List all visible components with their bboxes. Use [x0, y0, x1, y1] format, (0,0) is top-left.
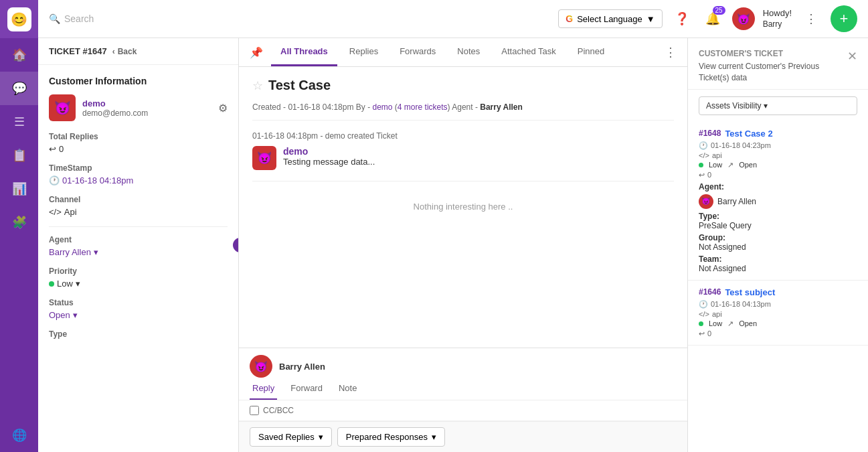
ticket-agent-name: Barry Allen	[480, 102, 523, 112]
lang-dropdown-icon: ▼	[646, 14, 655, 24]
message-sender: demo	[283, 146, 375, 157]
search-box[interactable]: 🔍 Search	[49, 13, 550, 24]
select-language-button[interactable]: G Select Language ▼	[558, 9, 662, 28]
customer-name: demo	[82, 98, 148, 108]
nav-logo[interactable]: 😊	[0, 0, 38, 38]
ticket-title: Test Case	[268, 78, 331, 93]
right-panel-header: CUSTOMER'S TICKET View current Customer'…	[688, 38, 868, 90]
message-avatar: 😈	[252, 146, 276, 170]
more-tickets-link[interactable]: 4 more tickets	[398, 102, 448, 112]
top-header: 🔍 Search G Select Language ▼ ❓ 🔔 25 😈 Ho…	[38, 0, 868, 38]
ticket-1648-type-label: Type:	[699, 212, 719, 221]
total-replies-label: Total Replies	[49, 132, 228, 141]
ticket-1648-replies: 0	[707, 171, 711, 179]
nav-analytics[interactable]: 📊	[0, 172, 38, 206]
tab-pinned[interactable]: Pinned	[568, 38, 614, 66]
prepared-responses-button[interactable]: Prepared Responses ▾	[337, 427, 445, 447]
assets-visibility-button[interactable]: Assets Visibility ▾	[699, 96, 857, 115]
ticket-1646-replies: 0	[707, 329, 711, 337]
ticket-1646-reply-row: ↩ 0	[699, 329, 857, 338]
ticket-1648-status: Open	[739, 161, 757, 169]
priority-select-button[interactable]: Low ▾	[49, 279, 228, 289]
channel-label: Channel	[49, 195, 228, 204]
prepared-responses-label: Prepared Responses	[346, 432, 428, 442]
reply-tab-reply[interactable]: Reply	[250, 378, 277, 400]
by-user[interactable]: demo	[372, 102, 392, 112]
clock-icon: 🕐	[49, 175, 60, 185]
saved-replies-button[interactable]: Saved Replies ▾	[250, 427, 332, 447]
ticket-1648-agent-avatar: 😈	[699, 194, 713, 209]
back-chevron-icon: ‹	[112, 47, 115, 56]
reply-tab-note[interactable]: Note	[336, 378, 359, 400]
lang-label: Select Language	[577, 14, 642, 24]
pin-icon: 📌	[250, 46, 263, 59]
user-greeting-block: Howdy! Barry	[763, 8, 792, 29]
back-button[interactable]: ‹ Back	[112, 47, 137, 56]
assets-label: Assets Visibility	[706, 101, 761, 110]
left-panel: TICKET #1647 ‹ Back ‹ Customer Informati…	[38, 38, 239, 452]
ticket-1648-agent-name: Barry Allen	[717, 197, 756, 206]
reply-header: 😈 Barry Allen	[239, 348, 687, 378]
ticket-title-row: ☆ Test Case	[252, 78, 674, 93]
nav-plugins[interactable]: 🧩	[0, 206, 38, 239]
tab-all-threads[interactable]: All Threads	[271, 38, 337, 66]
cc-row: CC/BCC	[239, 400, 687, 421]
message-block: 01-16-18 04:18pm - demo created Ticket 😈…	[239, 121, 687, 181]
ticket-1648-group-val: Not Assigned	[699, 242, 857, 252]
customer-settings-icon[interactable]: ⚙	[218, 102, 228, 115]
reply-agent-name: Barry Allen	[279, 362, 325, 372]
ticket-1648-group-row: Group:	[699, 233, 857, 242]
ticket-1648-type-val: PreSale Query	[699, 221, 857, 230]
agent-dropdown-icon: ▾	[94, 247, 98, 257]
timestamp-label: TimeStamp	[49, 163, 228, 173]
tab-more-button[interactable]: ⋮	[665, 45, 677, 60]
user-menu-button[interactable]: ⋮	[800, 7, 822, 30]
channel-group: Channel </> Api	[49, 195, 228, 217]
nav-home[interactable]: 🏠	[0, 38, 38, 72]
message-header: 01-16-18 04:18pm - demo created Ticket	[252, 131, 674, 141]
created-label: Created -	[252, 102, 286, 112]
nav-list[interactable]: ☰	[0, 105, 38, 139]
help-button[interactable]: ❓	[671, 7, 693, 30]
nav-translate[interactable]: 🌐	[0, 419, 38, 452]
status-select-button[interactable]: Open ▾	[49, 310, 228, 320]
tab-notes[interactable]: Notes	[448, 38, 489, 66]
ticket-1648-api-icon: </>	[699, 151, 709, 159]
star-icon[interactable]: ☆	[252, 78, 263, 93]
customer-email: demo@demo.com	[82, 108, 148, 118]
saved-replies-label: Saved Replies	[258, 432, 315, 442]
nav-tasks[interactable]: 📋	[0, 139, 38, 172]
tab-replies[interactable]: Replies	[340, 38, 387, 66]
add-button[interactable]: +	[831, 5, 857, 32]
tab-forwards[interactable]: Forwards	[390, 38, 445, 66]
howdy-text: Howdy!	[763, 8, 792, 19]
ticket-card-1646: #1646 Test subject 🕐 01-16-18 04:13pm </…	[688, 281, 868, 346]
ticket-1646-name[interactable]: Test subject	[725, 287, 775, 297]
notifications-button[interactable]: 🔔 25	[701, 7, 724, 30]
search-icon: 🔍	[49, 13, 60, 24]
customer-info-title: Customer Information	[49, 76, 228, 86]
tab-attached-task[interactable]: Attached Task	[492, 38, 565, 66]
priority-value: Low	[57, 279, 73, 289]
by-label: By -	[356, 102, 370, 112]
ticket-1648-name[interactable]: Test Case 2	[725, 129, 772, 139]
right-panel-title: CUSTOMER'S TICKET	[699, 49, 847, 58]
close-panel-button[interactable]: ✕	[847, 49, 857, 64]
cc-checkbox[interactable]	[250, 406, 259, 415]
ticket-1648-team-val: Not Assigned	[699, 264, 857, 273]
ticket-1646-date-row: 🕐 01-16-18 04:13pm	[699, 300, 857, 309]
ticket-card-1648: #1648 Test Case 2 🕐 01-16-18 04:23pm </>…	[688, 122, 868, 281]
user-avatar[interactable]: 😈	[732, 7, 755, 30]
priority-dropdown-icon: ▾	[76, 279, 80, 289]
agent-group: Agent Barry Allen ▾	[49, 235, 228, 257]
ticket-1648-group-label: Group:	[699, 233, 725, 242]
agent-select-button[interactable]: Barry Allen ▾	[49, 247, 228, 257]
nav-chat[interactable]: 💬	[0, 72, 38, 105]
cc-label: CC/BCC	[263, 406, 294, 415]
agent-name: Barry Allen	[49, 247, 91, 257]
ticket-header: TICKET #1647 ‹ Back	[38, 38, 238, 65]
channel-value: </> Api	[49, 207, 228, 217]
ticket-1646-title-row: #1646 Test subject	[699, 287, 857, 297]
reply-tab-forward[interactable]: Forward	[288, 378, 325, 400]
bottom-bar: Saved Replies ▾ Prepared Responses ▾	[239, 421, 687, 452]
